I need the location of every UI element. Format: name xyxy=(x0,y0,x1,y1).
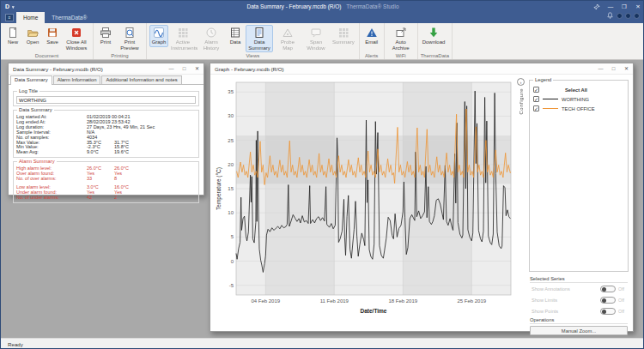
ribbon-button-data-summary[interactable]: Data Summary xyxy=(246,25,273,52)
collapse-panel-icon[interactable]: › xyxy=(517,78,525,86)
ribbon-button-save[interactable]: Save xyxy=(43,25,62,47)
y-tick-label: -5 xyxy=(229,283,234,288)
ribbon-button-email[interactable]: Email xyxy=(362,25,381,47)
toggle-switch[interactable] xyxy=(600,308,616,315)
x-tick-label: 25 Feb 2019 xyxy=(457,298,486,304)
minimize-button[interactable]: — xyxy=(594,63,607,74)
ribbon-button-print[interactable]: Print xyxy=(96,25,115,47)
ribbon-button-label: Auto Archive xyxy=(389,39,413,51)
log-title-groupbox: Log Title WORTHING xyxy=(13,91,199,106)
series-checkbox[interactable]: ✓ xyxy=(533,105,539,111)
selected-series-label: Selected Series xyxy=(530,276,628,283)
ribbon-group-label: Document xyxy=(3,52,90,59)
clock-icon xyxy=(205,27,217,39)
ribbon-button-label: Data Summary xyxy=(247,39,271,51)
temperature-chart[interactable]: -50510152025303504 Feb 201911 Feb 201918… xyxy=(214,75,519,329)
ribbon-tab-home[interactable]: Home xyxy=(16,12,45,23)
ribbon-button-auto-archive[interactable]: Auto Archive xyxy=(387,25,415,52)
maximize-button[interactable]: □ xyxy=(607,63,620,74)
thermadata-studio-window: D ▾ Data Summary - February.mcdb (R/O) T… xyxy=(0,0,644,349)
row-value-1: 42 xyxy=(87,196,114,201)
data-table-icon xyxy=(229,27,241,39)
toggle-switch[interactable] xyxy=(600,297,616,304)
tab-data-summary[interactable]: Data Summary xyxy=(10,75,52,85)
close-icon[interactable]: ✕ xyxy=(191,63,204,74)
status-badge[interactable] xyxy=(634,13,640,19)
ribbon-group-document: NewOpenSaveClose All WindowsDocument xyxy=(1,23,94,59)
ribbon-button-print-preview[interactable]: Print Preview xyxy=(116,25,143,52)
toggle-row-show-annotations: Show AnnotationsOff xyxy=(532,285,626,293)
grid-icon xyxy=(337,27,349,39)
series-color-line xyxy=(543,99,558,99)
probe-map-icon xyxy=(282,27,294,39)
ribbon-button-label: Email xyxy=(364,39,380,45)
bell-icon[interactable] xyxy=(606,8,614,23)
status-text: Ready xyxy=(8,341,23,347)
graph-window-titlebar[interactable]: Graph - February.mcdb (R/O) — □ ✕ xyxy=(210,63,633,75)
legend-select-all-row: ✓ Select All xyxy=(533,86,628,93)
title-bar[interactable]: D ▾ Data Summary - February.mcdb (R/O) T… xyxy=(1,1,644,12)
graph-window[interactable]: Graph - February.mcdb (R/O) — □ ✕ -50510… xyxy=(210,63,634,332)
series-name: TECH OFFICE xyxy=(562,106,595,111)
ribbon-tab-thermadata[interactable]: ThermaData® xyxy=(45,12,94,23)
ribbon-button-summary: Summary xyxy=(331,25,356,47)
toggle-switch[interactable] xyxy=(600,286,616,292)
ribbon-button-label: Probe Map xyxy=(276,39,300,51)
ribbon-group-printing: PrintPrint PreviewPrinting xyxy=(94,23,147,59)
toggle-knob xyxy=(602,298,606,303)
alarm-summary-section-label: Alarm Summary xyxy=(17,159,57,164)
ribbon-button-label: Print xyxy=(98,39,113,45)
y-axis-title: Temperature (°C) xyxy=(216,167,222,210)
alarm-summary-groupbox: Alarm Summary High alarm level:26.0°C26.… xyxy=(13,161,199,202)
ribbon-button-label: Span Window xyxy=(304,39,328,51)
row-label: No. of under alarms: xyxy=(16,196,87,201)
row-value-2: 2 xyxy=(114,196,196,201)
minimize-button[interactable]: — xyxy=(165,63,178,74)
pin-icon[interactable] xyxy=(590,1,604,12)
log-title-field[interactable]: WORTHING xyxy=(16,96,196,104)
ribbon: NewOpenSaveClose All WindowsDocumentPrin… xyxy=(1,23,644,60)
window-title: Data Summary - February.mcdb (R/O) Therm… xyxy=(1,3,644,9)
x-tick-label: 04 Feb 2019 xyxy=(251,298,280,304)
graph-window-title: Graph - February.mcdb (R/O) xyxy=(215,66,284,72)
status-badge[interactable] xyxy=(617,13,623,19)
ribbon-button-close-all-windows[interactable]: Close All Windows xyxy=(63,25,90,52)
row-value-1: 9.0°C xyxy=(87,150,114,155)
ribbon-group-label: Views xyxy=(149,52,356,59)
ribbon-button-label: Graph xyxy=(151,39,167,45)
data-summary-section-label: Data Summary xyxy=(17,107,54,112)
manual-zoom-button[interactable]: Manual Zoom... xyxy=(530,326,628,335)
series-checkbox[interactable]: ✓ xyxy=(533,96,539,102)
tab-alarm-information[interactable]: Alarm Information xyxy=(53,75,101,84)
legend-label: Legend xyxy=(533,77,553,82)
graph-icon xyxy=(153,27,165,39)
maximize-button[interactable]: □ xyxy=(178,63,191,74)
ribbon-button-new[interactable]: New xyxy=(3,25,22,47)
ribbon-button-graph[interactable]: Graph xyxy=(149,25,168,47)
toggle-row-show-points: Show PointsOff xyxy=(532,307,626,316)
x-tick-label: 18 Feb 2019 xyxy=(388,298,417,304)
quick-access-toolbar[interactable]: D ▾ xyxy=(1,3,15,9)
select-all-checkbox[interactable]: ✓ xyxy=(533,87,539,93)
close-all-icon xyxy=(70,27,82,39)
data-summary-window[interactable]: Data Summary - February.mcdb (R/O) — □ ✕… xyxy=(8,63,204,196)
tab-additional-information-and-notes[interactable]: Additional Information and notes xyxy=(101,75,181,84)
y-tick-label: 20 xyxy=(228,162,234,167)
toggle-label: Show Annotations xyxy=(532,286,600,292)
toggle-knob xyxy=(602,287,606,292)
row-label: Mean Avg: xyxy=(16,150,87,155)
configure-tab-label[interactable]: Configure xyxy=(519,88,524,115)
ribbon-group-thermadata: DownloadThermaData xyxy=(418,23,453,59)
auto-archive-icon xyxy=(395,27,407,39)
table-row: No. of under alarms:422 xyxy=(16,196,196,201)
y-tick-label: 10 xyxy=(228,210,234,215)
quick-access-caret-icon[interactable]: ▾ xyxy=(12,4,15,9)
close-icon[interactable]: ✕ xyxy=(620,63,633,74)
status-badge[interactable] xyxy=(625,13,631,19)
status-bar: Ready xyxy=(1,338,644,349)
ribbon-button-data[interactable]: Data xyxy=(226,25,245,47)
data-summary-window-titlebar[interactable]: Data Summary - February.mcdb (R/O) — □ ✕ xyxy=(9,63,204,75)
ribbon-button-download[interactable]: Download xyxy=(421,25,447,47)
file-menu-button[interactable]: ≡ xyxy=(5,14,14,21)
ribbon-button-open[interactable]: Open xyxy=(23,25,42,47)
